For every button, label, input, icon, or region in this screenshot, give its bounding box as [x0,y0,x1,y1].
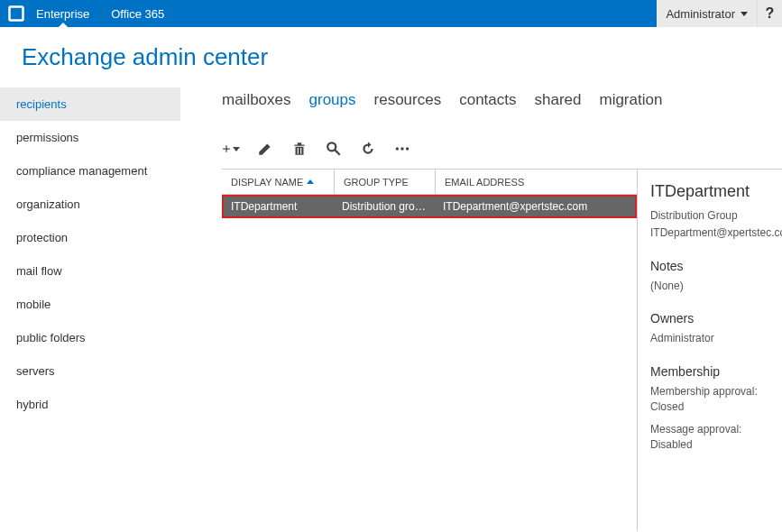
sidebar-item-label: mobile [16,298,51,311]
refresh-button[interactable] [359,140,377,158]
details-message-approval-label: Message approval: [650,422,777,437]
subtab-contacts[interactable]: contacts [459,91,516,109]
delete-button[interactable] [290,140,308,158]
column-header-email[interactable]: EMAIL ADDRESS [436,170,637,194]
column-header-displayname[interactable]: DISPLAY NAME [222,170,335,194]
caret-down-icon [741,12,748,16]
svg-rect-1 [11,8,23,20]
caret-down-icon [233,147,240,151]
subtab-groups[interactable]: groups [309,91,356,109]
sidebar-item-label: organization [16,197,80,211]
add-button[interactable] [222,140,240,158]
subtab-label: groups [309,91,356,108]
sidebar-item-label: hybrid [16,398,48,411]
subtab-mailboxes[interactable]: mailboxes [222,91,291,109]
sidebar-item-permissions[interactable]: permissions [0,121,180,154]
sidebar-item-hybrid[interactable]: hybrid [0,388,180,421]
details-section-notes: Notes [650,259,777,273]
sidebar-item-recipients[interactable]: recipients [0,87,180,121]
details-notes-value: (None) [650,279,777,294]
help-icon: ? [766,5,775,22]
tab-label: Office 365 [111,7,164,21]
subtab-label: shared [534,91,581,108]
sidebar-item-servers[interactable]: servers [0,354,180,388]
svg-point-2 [327,142,336,151]
subtab-migration[interactable]: migration [599,91,662,109]
refresh-icon [360,141,376,157]
search-icon [326,141,342,157]
subtab-resources[interactable]: resources [374,91,442,109]
more-button[interactable] [393,140,411,158]
table-header: DISPLAY NAME GROUP TYPE EMAIL ADDRESS [222,170,637,195]
column-label: GROUP TYPE [344,177,409,188]
details-message-approval-value: Disabled [650,437,777,453]
cell-grouptype: Distribution gro… [335,200,436,213]
plus-icon [222,141,231,157]
subtab-shared[interactable]: shared [534,91,581,109]
trash-icon [291,141,308,157]
details-section-membership: Membership [650,364,777,379]
details-membership-approval-value: Closed [650,399,777,415]
sort-ascending-icon [307,179,314,184]
subtab-label: contacts [459,91,516,108]
cell-email: ITDepartment@xpertstec.com [436,200,635,213]
details-grouptype: Distribution Group [650,208,777,224]
user-dropdown[interactable]: Administrator [657,0,757,27]
column-label: DISPLAY NAME [231,177,303,188]
sidebar-item-label: mail flow [16,264,62,278]
edit-button[interactable] [256,140,274,158]
column-header-grouptype[interactable]: GROUP TYPE [335,170,436,194]
user-label: Administrator [666,7,735,21]
subtab-label: resources [374,91,442,108]
topbar-tab-enterprise[interactable]: Enterprise [25,0,100,27]
details-pane: ITDepartment Distribution Group ITDepart… [637,169,782,531]
sidebar-item-compliance[interactable]: compliance management [0,154,180,188]
groups-table: DISPLAY NAME GROUP TYPE EMAIL ADDRESS IT… [222,169,637,531]
table-row[interactable]: ITDepartment Distribution gro… ITDepartm… [222,195,637,218]
page-title: Exchange admin center [0,27,782,87]
search-button[interactable] [325,140,343,158]
sidebar-item-label: public folders [16,331,86,344]
svg-point-5 [406,147,409,150]
details-membership-approval-label: Membership approval: [650,384,777,399]
sidebar-item-mobile[interactable]: mobile [0,288,180,321]
column-label: EMAIL ADDRESS [445,177,524,188]
details-owners-value: Administrator [650,331,777,346]
sidebar-item-label: recipients [16,97,67,111]
subtab-label: mailboxes [222,91,291,108]
ellipsis-icon [394,141,410,157]
details-section-owners: Owners [650,311,777,326]
details-title: ITDepartment [650,182,777,201]
office-logo-icon [7,5,25,23]
toolbar [222,134,782,169]
sidebar: recipients permissions compliance manage… [0,87,180,531]
sidebar-item-protection[interactable]: protection [0,221,180,254]
sidebar-item-label: protection [16,231,68,244]
sidebar-item-label: servers [16,364,55,378]
sidebar-item-label: permissions [16,131,78,144]
details-email: ITDepartment@xpertstec.com [650,225,777,241]
sidebar-item-mailflow[interactable]: mail flow [0,254,180,288]
subtabs: mailboxes groups resources contacts shar… [222,87,782,134]
topbar: Enterprise Office 365 Administrator ? [0,0,782,27]
help-button[interactable]: ? [757,0,782,27]
topbar-tab-office365[interactable]: Office 365 [100,0,175,27]
pencil-icon [257,141,273,157]
svg-point-4 [400,147,403,150]
svg-point-3 [396,147,399,150]
sidebar-item-publicfolders[interactable]: public folders [0,321,180,354]
sidebar-item-organization[interactable]: organization [0,188,180,221]
sidebar-item-label: compliance management [16,164,147,178]
cell-displayname: ITDepartment [224,200,335,213]
tab-label: Enterprise [36,7,89,21]
subtab-label: migration [599,91,662,108]
